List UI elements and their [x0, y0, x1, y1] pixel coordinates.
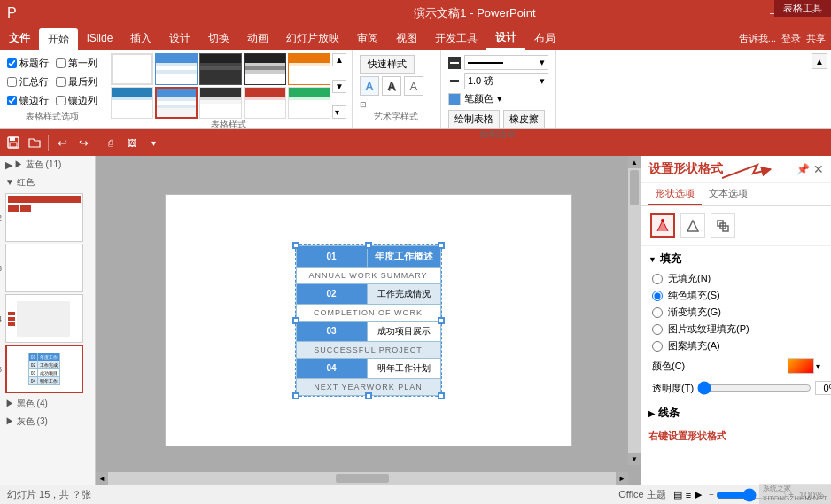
tab-insert[interactable]: 插入	[121, 27, 160, 50]
slide-group-blue[interactable]: ▶▶ 蓝色 (11)	[0, 156, 95, 174]
login-btn[interactable]: 登录	[781, 32, 801, 45]
handle-tm[interactable]	[365, 242, 372, 249]
transparency-row: 透明度(T)	[641, 377, 831, 399]
gradient-fill-option[interactable]: 渐变填充(G)	[648, 304, 824, 321]
transparency-slider[interactable]	[697, 382, 812, 394]
table-style-light-blue[interactable]	[111, 87, 153, 119]
text-outline-btn[interactable]: A	[382, 76, 401, 96]
fill-icon-btn[interactable]	[650, 213, 675, 238]
checkbox-banded-rows[interactable]: 镶边行	[7, 91, 49, 109]
line-section-toggle[interactable]: ▶ 线条	[641, 402, 831, 424]
tab-home[interactable]: 开始	[39, 28, 78, 50]
save-button[interactable]	[4, 133, 23, 152]
table-style-blue[interactable]	[155, 53, 198, 85]
checkbox-first-col[interactable]: 第一列	[56, 55, 97, 73]
no-fill-option[interactable]: 无填充(N)	[648, 270, 824, 287]
checkbox-header-row[interactable]: 标题行	[7, 55, 49, 73]
handle-tr[interactable]	[438, 242, 445, 249]
line-style-dropdown[interactable]: ▾	[464, 55, 548, 70]
styles-scroll-down[interactable]: ▼	[332, 80, 346, 93]
color-picker-btn[interactable]	[788, 358, 814, 374]
table-style-selected[interactable]	[155, 87, 198, 119]
scroll-thumb-v[interactable]	[630, 170, 639, 205]
scroll-left-btn[interactable]: ◄	[96, 472, 108, 485]
scroll-right-btn[interactable]: ►	[616, 472, 628, 485]
scroll-down-btn[interactable]: ▼	[628, 453, 641, 465]
styles-more[interactable]: ▾	[332, 105, 346, 119]
tab-developer[interactable]: 开发工具	[426, 27, 486, 50]
ppt-table[interactable]: 01 年度工作概述 ANNUAL WORK SUMMARY 02 工作完成情况 …	[296, 245, 441, 396]
table-style-5[interactable]	[288, 87, 330, 119]
view-normal-btn[interactable]: ▤	[673, 489, 682, 500]
tab-transitions[interactable]: 切换	[199, 27, 238, 50]
tab-review[interactable]: 审阅	[348, 27, 387, 50]
styles-scroll-up[interactable]: ▲	[332, 53, 346, 66]
effects-icon-btn[interactable]	[711, 213, 735, 238]
slide-group-gray[interactable]: ▶ 灰色 (3)	[0, 413, 95, 430]
checkbox-banded-cols[interactable]: 镶边列	[56, 91, 97, 109]
undo-button[interactable]: ↩	[52, 133, 72, 152]
tab-table-design[interactable]: 设计	[486, 27, 525, 50]
handle-tl[interactable]	[292, 242, 299, 249]
tab-slideshow[interactable]: 幻灯片放映	[277, 27, 348, 50]
fill-section-toggle[interactable]: ▼ 填充	[641, 248, 831, 270]
horizontal-scrollbar[interactable]: ◄ ►	[96, 472, 628, 485]
svg-rect-1	[10, 137, 15, 141]
notify-btn[interactable]: 吿诉我...	[739, 32, 776, 45]
quick-styles-btn[interactable]: 快速样式	[360, 55, 415, 74]
handle-bl[interactable]	[292, 392, 299, 399]
tab-animations[interactable]: 动画	[238, 27, 277, 50]
expand-icon[interactable]: ⊡	[360, 100, 433, 109]
scroll-up-btn[interactable]: ▲	[628, 156, 641, 168]
tab-view[interactable]: 视图	[387, 27, 426, 50]
table-style-dark[interactable]	[199, 53, 242, 85]
handle-ml[interactable]	[292, 317, 299, 324]
share-btn[interactable]: 共享	[806, 32, 826, 45]
table-style-striped-dark[interactable]	[244, 53, 286, 85]
panel-pin-btn[interactable]: 📌	[796, 163, 810, 175]
format-tab-shape[interactable]: 形状选项	[648, 183, 702, 205]
tab-layout[interactable]: 布局	[525, 27, 564, 50]
panel-close-btn[interactable]: ✕	[813, 162, 824, 176]
checkbox-last-col[interactable]: 最后列	[56, 74, 97, 91]
handle-bm[interactable]	[365, 392, 372, 399]
open-button[interactable]	[25, 133, 44, 152]
pattern-fill-option[interactable]: 图案填充(A)	[648, 337, 824, 354]
shape-outline-icon-btn[interactable]	[680, 213, 705, 238]
zoom-out-btn[interactable]: −	[709, 490, 714, 500]
handle-br[interactable]	[438, 392, 445, 399]
handle-mr[interactable]	[438, 317, 445, 324]
table-styles-label: 表格样式	[111, 119, 346, 131]
wordart-label: 艺术字样式	[360, 111, 433, 123]
table-style-3[interactable]	[199, 87, 242, 119]
tab-file[interactable]: 文件	[0, 27, 39, 50]
table-style-4[interactable]	[244, 87, 286, 119]
table-selection-wrapper[interactable]: 01 年度工作概述 ANNUAL WORK SUMMARY 02 工作完成情况 …	[295, 244, 442, 397]
redo-button[interactable]: ↪	[74, 133, 93, 152]
view-slideshow-btn[interactable]: ▶	[695, 489, 702, 500]
print-button[interactable]: ⎙	[101, 133, 120, 152]
texture-fill-option[interactable]: 图片或纹理填充(P)	[648, 321, 824, 337]
text-fill-btn[interactable]: A	[360, 76, 379, 96]
text-effect-btn[interactable]: A	[404, 76, 423, 96]
slide-group-black[interactable]: ▶ 黑色 (4)	[0, 395, 95, 413]
table-style-accent[interactable]	[288, 53, 330, 85]
draw-table-btn[interactable]: 绘制表格	[448, 110, 500, 128]
slide-group-red[interactable]: ▼ 红色	[0, 174, 95, 191]
view-outline-btn[interactable]: ≡	[686, 490, 691, 500]
print-preview-btn[interactable]: 🖼	[122, 133, 142, 152]
transparency-input[interactable]	[815, 381, 831, 395]
color-dropdown-btn[interactable]: ▾	[816, 361, 820, 371]
qat-separator	[48, 135, 49, 151]
vertical-scrollbar[interactable]: ▲ ▼	[628, 156, 641, 465]
ribbon-collapse-btn[interactable]: ▲	[812, 53, 827, 69]
checkbox-total-row[interactable]: 汇总行	[7, 74, 49, 91]
more-qat-btn[interactable]: ▾	[144, 133, 163, 152]
scroll-thumb-h[interactable]	[336, 474, 389, 483]
line-width-dropdown[interactable]: 1.0 磅 ▾	[464, 73, 548, 89]
tab-islide[interactable]: iSlide	[78, 27, 121, 50]
eraser-btn[interactable]: 橡皮擦	[503, 110, 545, 128]
table-style-none[interactable]	[111, 53, 153, 85]
tab-design[interactable]: 设计	[160, 27, 199, 50]
solid-fill-option[interactable]: 纯色填充(S)	[648, 287, 824, 304]
